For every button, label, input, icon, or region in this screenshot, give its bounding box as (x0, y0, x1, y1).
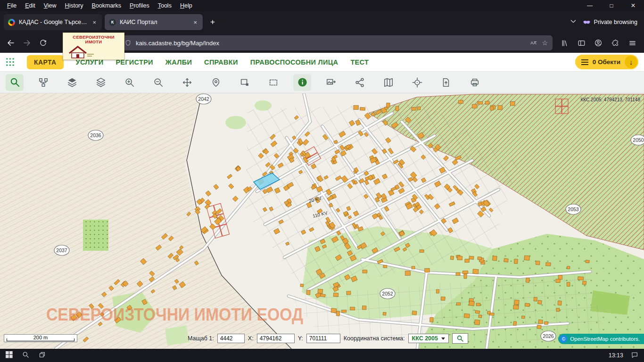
export-image-tool-icon[interactable] (322, 74, 340, 91)
menu-view[interactable]: View (40, 1, 61, 10)
shield-icon[interactable] (124, 40, 132, 47)
google-favicon-icon (8, 19, 15, 26)
maximize-button[interactable]: □ (601, 0, 622, 11)
svg-text:2036: 2036 (90, 132, 101, 138)
reload-icon[interactable] (35, 35, 51, 50)
svg-text:2050: 2050 (633, 137, 644, 143)
share-tool-icon[interactable] (351, 74, 369, 91)
new-tab-button[interactable]: + (206, 15, 220, 29)
forward-icon[interactable] (19, 35, 35, 50)
objects-counter-label: 0 Обекти (593, 58, 620, 66)
scale-label: Мащаб 1: (188, 335, 214, 342)
copyright-icon: © (560, 335, 567, 343)
pan-tool-icon[interactable] (178, 74, 196, 91)
tab-close-icon[interactable]: × (192, 19, 198, 26)
tab-google-search[interactable]: КАДАС - Google Търсене × (4, 14, 102, 30)
svg-text:2052: 2052 (382, 291, 393, 296)
export-document-tool-icon[interactable] (437, 74, 455, 91)
menu-bookmarks[interactable]: Bookmarks (88, 1, 126, 10)
back-icon[interactable] (3, 35, 19, 50)
svg-text:2053: 2053 (568, 206, 579, 212)
taskbar-search-icon[interactable] (22, 351, 29, 360)
house-icon (67, 45, 96, 59)
extensions-puzzle-icon[interactable] (607, 35, 623, 50)
tab-bar: КАДАС - Google Търсене × К КАИС Портал ×… (0, 11, 644, 33)
apps-grid-icon[interactable] (6, 58, 15, 66)
info-tool-icon[interactable] (293, 74, 311, 91)
topology-tool-icon[interactable] (34, 74, 52, 91)
tab-title: КАДАС - Google Търсене (19, 19, 87, 25)
menu-profiles[interactable]: Profiles (125, 1, 154, 10)
library-icon[interactable] (556, 35, 572, 50)
x-label: X: (248, 335, 254, 342)
layers-outline-tool-icon[interactable] (92, 74, 110, 91)
tab-close-icon[interactable]: × (91, 19, 98, 26)
svg-text:2026: 2026 (543, 333, 554, 339)
x-coordinate-input[interactable] (257, 334, 295, 343)
start-button-icon[interactable] (6, 351, 13, 360)
search-tool-icon[interactable] (6, 74, 24, 91)
y-label: Y: (298, 335, 303, 342)
print-tool-icon[interactable] (466, 74, 484, 91)
browser-window: File Edit View History Bookmarks Profile… (0, 0, 644, 362)
map-corner-reference: ККС 2005: 4794213, 701148 (581, 97, 640, 102)
nav-pravosposobni-link[interactable]: ПРАВОСПОСОБНИ ЛИЦА (250, 58, 339, 66)
menu-help[interactable]: Help (176, 1, 197, 10)
list-tabs-chevron-icon[interactable] (570, 17, 577, 27)
kais-favicon-icon: К (109, 19, 116, 26)
url-bar[interactable]: kais.cadastre.bg/bg/Map/Index A ☆ (120, 35, 553, 50)
objects-download-icon[interactable]: ↓ (625, 56, 637, 68)
clear-selection-tool-icon[interactable] (264, 74, 282, 91)
window-controls: — □ × (579, 0, 644, 11)
y-coordinate-input[interactable] (306, 334, 340, 343)
objects-list-icon (581, 59, 588, 65)
cadastral-map-canvas[interactable]: 20 KV 110 KV 2042 2036 2037 2053 2052 20… (0, 93, 644, 349)
chevron-down-icon (441, 337, 445, 340)
menu-edit[interactable]: Edit (21, 1, 40, 10)
notifications-icon[interactable] (631, 351, 638, 360)
sidebar-icon[interactable] (573, 35, 589, 50)
minimize-button[interactable]: — (579, 0, 601, 11)
objects-counter-pill[interactable]: 0 Обекти ↓ (575, 55, 638, 69)
nav-zhalbi-link[interactable]: ЖАЛБИ (165, 58, 192, 66)
osm-attribution-text[interactable]: OpenStreetMap contributors. (570, 336, 640, 342)
task-view-icon[interactable] (39, 351, 46, 360)
menu-file[interactable]: File (3, 1, 21, 10)
svg-text:A: A (531, 41, 534, 45)
bookmark-star-icon[interactable]: ☆ (542, 39, 548, 47)
osm-attribution[interactable]: © OpenStreetMap contributors. (558, 334, 644, 344)
menu-tools[interactable]: Tools (154, 1, 176, 10)
map-toolbar (0, 72, 644, 93)
close-button[interactable]: × (622, 0, 644, 11)
menu-bar: File Edit View History Bookmarks Profile… (0, 0, 644, 11)
company-logo-text: СЕВЕРОИЗТОЧНИ ИМОТИ (65, 35, 123, 45)
crs-label: Координатна система: (344, 335, 405, 342)
scale-input[interactable] (217, 334, 245, 343)
coordinates-tool-icon[interactable] (408, 74, 426, 91)
menu-history[interactable]: History (61, 1, 88, 10)
layers-tool-icon[interactable] (63, 74, 81, 91)
app-menu-icon[interactable] (624, 35, 640, 50)
zoom-out-tool-icon[interactable] (149, 74, 167, 91)
map-sheets-tool-icon[interactable] (380, 74, 397, 91)
nav-spravki-link[interactable]: СПРАВКИ (204, 58, 238, 66)
location-pin-tool-icon[interactable] (207, 74, 225, 91)
private-mask-icon (583, 18, 591, 26)
coordinate-search-button[interactable] (452, 333, 468, 344)
svg-text:2037: 2037 (56, 247, 67, 253)
account-icon[interactable] (590, 35, 606, 50)
tab-title: КАИС Портал (120, 19, 188, 25)
zoom-in-tool-icon[interactable] (121, 74, 139, 91)
translate-icon[interactable]: A (529, 39, 537, 47)
private-browsing-badge: Private browsing (583, 18, 637, 26)
nav-test-link[interactable]: ТЕСТ (350, 58, 369, 66)
taskbar-clock[interactable]: 13:13 (609, 352, 623, 359)
map-viewport: 20 KV 110 KV 2042 2036 2037 2053 2052 20… (0, 93, 644, 349)
crs-dropdown[interactable]: ККС 2005 (408, 334, 449, 343)
select-rectangle-tool-icon[interactable] (236, 74, 254, 91)
nav-karta-button[interactable]: КАРТА (27, 55, 64, 69)
url-text[interactable]: kais.cadastre.bg/bg/Map/Index (136, 40, 525, 47)
map-watermark: СЕВЕРОИЗТОЧНИ ИМОТИ ЕООД (46, 305, 303, 324)
tab-kais-portal[interactable]: К КАИС Портал × (105, 14, 203, 30)
company-logo-overlay: СЕВЕРОИЗТОЧНИ ИМОТИ (63, 33, 124, 60)
